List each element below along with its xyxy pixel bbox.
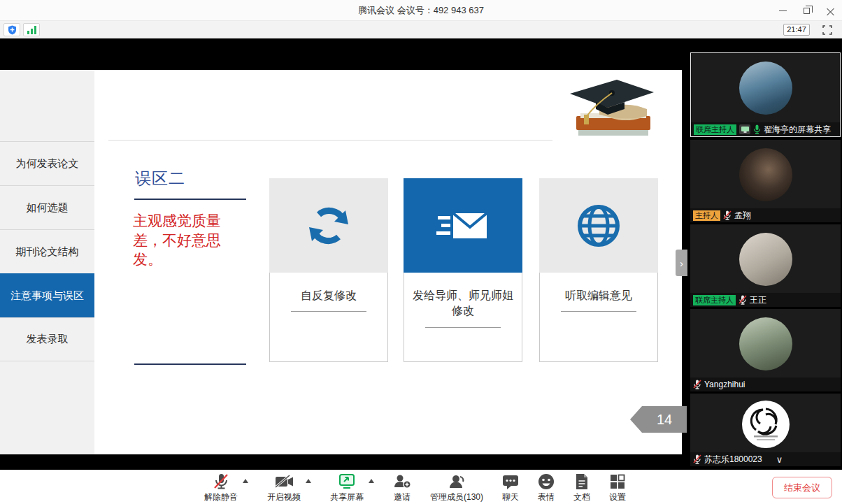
participant-name: 王正 <box>750 294 766 306</box>
slide-nav-item-active: 注意事项与误区 <box>0 273 94 317</box>
participant-namebar: 联席主持人 翟海亭的屏幕共享 <box>691 122 840 136</box>
card-text-area: 发给导师、师兄师姐修改 <box>404 273 522 362</box>
card-underline <box>291 311 366 312</box>
participant-name: 孟翔 <box>734 210 751 222</box>
participant-name: 苏志乐1800023 <box>704 454 762 466</box>
chat-button[interactable]: 聊天 <box>502 473 519 503</box>
invite-button[interactable]: 邀请 <box>393 473 411 503</box>
unmute-button[interactable]: 解除静音 <box>204 473 238 503</box>
security-shield-icon[interactable] <box>3 23 20 36</box>
mic-muted-icon <box>723 210 732 220</box>
share-screen-button[interactable]: 共享屏幕 <box>330 473 364 503</box>
screen-share-icon <box>338 473 356 490</box>
participant-tile[interactable]: 苏志乐1800023 ∨ <box>690 394 841 466</box>
end-meeting-button[interactable]: 结束会议 <box>772 477 832 498</box>
docs-button[interactable]: 文档 <box>573 473 590 503</box>
shared-screen-stage: 为何发表论文 如何选题 期刊论文结构 注意事项与误区 发表录取 <box>0 38 842 470</box>
participant-namebar: 主持人 孟翔 <box>690 208 841 222</box>
card-text-area: 自反复修改 <box>269 273 388 362</box>
participant-name: Yangzhihui <box>704 380 745 389</box>
mic-options-caret-icon[interactable] <box>243 479 248 483</box>
slide-body-text: 主观感觉质量差，不好意思发。 <box>133 211 241 269</box>
slide-nav-label: 期刊论文结构 <box>16 245 79 259</box>
slide-nav-label: 如何选题 <box>27 201 69 215</box>
emoji-button[interactable]: 表情 <box>538 473 555 503</box>
card-icon-area <box>539 178 658 273</box>
page-number: 14 <box>657 412 672 428</box>
meeting-duration: 21:47 <box>783 24 810 36</box>
participant-tile[interactable]: 主持人 孟翔 <box>690 140 841 222</box>
participant-tile-sharer[interactable]: 联席主持人 翟海亭的屏幕共享 <box>690 52 841 137</box>
page-number-pennant: 14 <box>642 406 687 433</box>
avatar <box>739 233 792 286</box>
mic-on-icon <box>753 124 761 134</box>
card-title: 自反复修改 <box>270 288 387 303</box>
titlebar: 腾讯会议 会议号：492 943 637 <box>0 0 842 21</box>
participant-tile[interactable]: 联席主持人 王正 <box>690 224 841 307</box>
participant-tile[interactable]: Yangzhihui <box>690 309 841 391</box>
host-badge: 主持人 <box>693 210 720 221</box>
heading-underline <box>134 199 246 200</box>
chevron-down-icon[interactable]: ∨ <box>776 454 783 465</box>
share-options-caret-icon[interactable] <box>369 479 374 483</box>
graduation-cap-books-image <box>557 73 662 143</box>
start-video-button[interactable]: 开启视频 <box>267 473 301 503</box>
settings-button[interactable]: 设置 <box>609 473 626 503</box>
toolbar-items: 解除静音 开启视频 共享屏幕 邀请 <box>204 473 626 503</box>
slide-card-self-revise: 自反复修改 <box>269 178 388 362</box>
fullscreen-icon[interactable] <box>821 24 834 36</box>
meeting-statusbar: 21:47 <box>0 21 842 38</box>
document-icon <box>575 473 589 490</box>
slide-nav-panel: 为何发表论文 如何选题 期刊论文结构 注意事项与误区 发表录取 <box>0 70 94 454</box>
slide-card-send-to-mentor: 发给导师、师兄师姐修改 <box>404 178 522 362</box>
chevron-right-glyph: › <box>680 257 683 269</box>
card-icon-area <box>269 178 388 273</box>
slide-card-editor-feedback: 听取编辑意见 <box>539 178 658 362</box>
chat-icon <box>502 473 519 490</box>
recycle-icon <box>304 201 354 251</box>
participants-video-panel: 联席主持人 翟海亭的屏幕共享 主持人 孟翔 <box>689 51 842 466</box>
emoji-icon <box>538 473 555 490</box>
collapse-panel-chevron-icon[interactable]: › <box>676 250 687 276</box>
slide-top-divider <box>108 140 552 141</box>
slide-nav-item: 为何发表论文 <box>0 141 94 185</box>
mic-muted-icon <box>213 473 229 490</box>
close-icon[interactable] <box>818 0 842 21</box>
network-signal-icon[interactable] <box>23 23 40 36</box>
participant-namebar: Yangzhihui <box>690 377 841 391</box>
mic-muted-icon <box>693 454 701 464</box>
screen-share-mini-icon <box>739 124 750 134</box>
invite-icon <box>393 473 411 490</box>
slide-nav-label: 发表录取 <box>27 333 69 346</box>
video-options-caret-icon[interactable] <box>306 479 311 483</box>
meeting-toolbar: 解除静音 开启视频 共享屏幕 邀请 <box>0 470 842 504</box>
card-text-area: 听取编辑意见 <box>539 273 658 362</box>
slide-nav-label: 为何发表论文 <box>16 157 79 171</box>
settings-icon <box>610 474 625 489</box>
slide-heading: 误区二 <box>135 168 185 189</box>
slide-nav-item: 期刊论文结构 <box>0 229 94 273</box>
presentation-slide: 误区二 主观感觉质量差，不好意思发。 自反复修改 <box>94 70 682 454</box>
minimize-icon[interactable] <box>771 0 794 21</box>
restore-icon[interactable] <box>794 0 818 21</box>
manage-members-button[interactable]: 管理成员(130) <box>430 473 483 503</box>
tencent-meeting-window: 腾讯会议 会议号：492 943 637 21:47 为何发表论文 如何选题 期… <box>0 0 842 504</box>
participant-namebar: 联席主持人 王正 <box>690 293 841 307</box>
cohost-badge: 联席主持人 <box>694 124 736 135</box>
members-icon <box>448 473 466 490</box>
card-underline <box>561 311 636 312</box>
camera-off-icon <box>274 474 294 489</box>
card-underline <box>425 327 501 328</box>
avatar <box>739 148 792 201</box>
globe-icon <box>575 202 622 250</box>
avatar <box>739 62 792 115</box>
meeting-title: 腾讯会议 会议号：492 943 637 <box>0 0 842 21</box>
card-icon-area <box>404 178 522 273</box>
slide-nav-list: 为何发表论文 如何选题 期刊论文结构 注意事项与误区 发表录取 <box>0 141 94 361</box>
card-title: 听取编辑意见 <box>540 288 657 303</box>
slide-nav-label: 注意事项与误区 <box>10 289 84 303</box>
text-block-underline <box>134 363 246 365</box>
mail-send-icon <box>435 205 491 247</box>
mic-muted-icon <box>738 295 747 305</box>
slide-nav-item: 发表录取 <box>0 317 94 361</box>
